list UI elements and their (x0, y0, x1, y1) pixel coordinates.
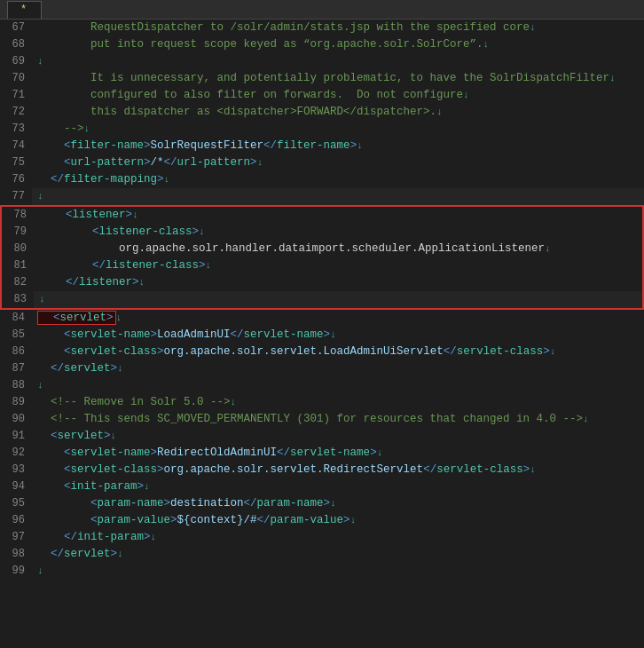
line-content: It is unnecessary, and potentially probl… (32, 70, 644, 87)
line-content: put into request scope keyed as “org.apa… (32, 36, 644, 53)
line: 75 <url-pattern>/*</url-pattern>↓ (0, 154, 644, 171)
line-number: 95 (0, 495, 32, 512)
line-number: 88 (0, 377, 32, 394)
line-content: </listener>↓ (34, 274, 642, 291)
line: 88↓ (0, 377, 644, 394)
line-content: this dispatcher as <dispatcher>FORWARD</… (32, 104, 644, 121)
line-number: 80 (2, 241, 34, 257)
line: 99↓ (0, 563, 644, 580)
file-tab[interactable]: * (7, 1, 42, 19)
line: 81 </listener-class>↓ (2, 257, 642, 274)
line-content: configured to also filter on forwards. D… (32, 87, 644, 104)
line: 94 <init-param>↓ (0, 478, 644, 495)
line: 77↓ (0, 188, 644, 205)
line-number: 67 (0, 20, 32, 36)
line-number: 83 (2, 291, 34, 308)
line-number: 99 (0, 563, 32, 580)
line: 82 </listener>↓ (2, 274, 642, 291)
line-number: 93 (0, 462, 32, 478)
line: 97 </init-param>↓ (0, 529, 644, 546)
line-number: 81 (2, 257, 34, 274)
line-number: 74 (0, 138, 32, 154)
line: 95 <param-name>destination</param-name>↓ (0, 495, 644, 512)
line: 85 <servlet-name>LoadAdminUI</servlet-na… (0, 327, 644, 344)
line: 84 <servlet>↓ (0, 310, 644, 327)
line-content: RequestDispatcher to /solr/admin/stats.j… (32, 20, 644, 36)
line-number: 86 (0, 344, 32, 360)
line-content: ↓ (34, 291, 642, 308)
line-number: 68 (0, 36, 32, 53)
line-content: <listener>↓ (34, 207, 642, 224)
line: 79 <listener-class>↓ (2, 224, 642, 241)
line-number: 87 (0, 360, 32, 377)
line-content: ↓ (32, 188, 644, 205)
line-content: <servlet-class>org.apache.solr.servlet.L… (32, 344, 644, 360)
line-number: 69 (0, 53, 32, 70)
line-number: 98 (0, 546, 32, 563)
line-content: <servlet-name>RedirectOldAdminUI</servle… (32, 445, 644, 462)
line-number: 94 (0, 478, 32, 495)
line: 67 RequestDispatcher to /solr/admin/stat… (0, 20, 644, 36)
line-number: 79 (2, 224, 34, 241)
line: 70 It is unnecessary, and potentially pr… (0, 70, 644, 87)
line: 89 <!-- Remove in Solr 5.0 -->↓ (0, 394, 644, 411)
line-content: <filter-name>SolrRequestFilter</filter-n… (32, 138, 644, 154)
line-number: 89 (0, 394, 32, 411)
line-content: <servlet>↓ (32, 428, 644, 445)
line-content: <listener-class>↓ (34, 224, 642, 241)
line: 76 </filter-mapping>↓ (0, 171, 644, 188)
line: 93 <servlet-class>org.apache.solr.servle… (0, 462, 644, 478)
line: 90 <!-- This sends SC_MOVED_PERMANENTLY … (0, 411, 644, 428)
line-content: -->↓ (32, 121, 644, 138)
line: 87 </servlet>↓ (0, 360, 644, 377)
line-number: 71 (0, 87, 32, 104)
line-number: 96 (0, 512, 32, 529)
line-number: 84 (0, 310, 32, 327)
line: 92 <servlet-name>RedirectOldAdminUI</ser… (0, 445, 644, 462)
line-content: </listener-class>↓ (34, 257, 642, 274)
line-number: 97 (0, 529, 32, 546)
line-content: </servlet>↓ (32, 546, 644, 563)
line-content: org.apache.solr.handler.dataimport.sched… (34, 241, 642, 257)
line: 83↓ (2, 291, 642, 308)
line-content: <!-- Remove in Solr 5.0 -->↓ (32, 394, 644, 411)
line-content: </servlet>↓ (32, 360, 644, 377)
line-number: 76 (0, 171, 32, 188)
line: 96 <param-value>${context}/#</param-valu… (0, 512, 644, 529)
line-content: </filter-mapping>↓ (32, 171, 644, 188)
line-content: ↓ (32, 377, 644, 394)
line-content: <servlet-name>LoadAdminUI</servlet-name>… (32, 327, 644, 344)
line-number: 78 (2, 207, 34, 224)
line-content: ↓ (32, 563, 644, 580)
line-content: <url-pattern>/*</url-pattern>↓ (32, 154, 644, 171)
line: 68 put into request scope keyed as “org.… (0, 36, 644, 53)
line-number: 85 (0, 327, 32, 344)
line: 69↓ (0, 53, 644, 70)
tab-modified: * (20, 4, 27, 16)
title-bar: * (0, 0, 644, 20)
line-number: 75 (0, 154, 32, 171)
line: 73 -->↓ (0, 121, 644, 138)
line: 98 </servlet>↓ (0, 546, 644, 563)
red-box-region: 78 <listener>↓79 <listener-class>↓80 org… (0, 205, 644, 310)
line: 71 configured to also filter on forwards… (0, 87, 644, 104)
line-content: <param-name>destination</param-name>↓ (32, 495, 644, 512)
line-content: <param-value>${context}/#</param-value>↓ (32, 512, 644, 529)
line-content: <servlet-class>org.apache.solr.servlet.R… (32, 462, 644, 478)
line-number: 91 (0, 428, 32, 445)
line-content: <init-param>↓ (32, 478, 644, 495)
line-content: ↓ (32, 53, 644, 70)
line-number: 92 (0, 445, 32, 462)
line: 91 <servlet>↓ (0, 428, 644, 445)
editor: 67 RequestDispatcher to /solr/admin/stat… (0, 20, 644, 636)
line-number: 77 (0, 188, 32, 205)
line-number: 73 (0, 121, 32, 138)
line: 80 org.apache.solr.handler.dataimport.sc… (2, 241, 642, 257)
line: 74 <filter-name>SolrRequestFilter</filte… (0, 138, 644, 154)
line-number: 90 (0, 411, 32, 428)
line-content: <!-- This sends SC_MOVED_PERMANENTLY (30… (32, 411, 644, 428)
line-number: 82 (2, 274, 34, 291)
line-content: <servlet>↓ (32, 310, 644, 327)
line-number: 72 (0, 104, 32, 121)
line-content: </init-param>↓ (32, 529, 644, 546)
